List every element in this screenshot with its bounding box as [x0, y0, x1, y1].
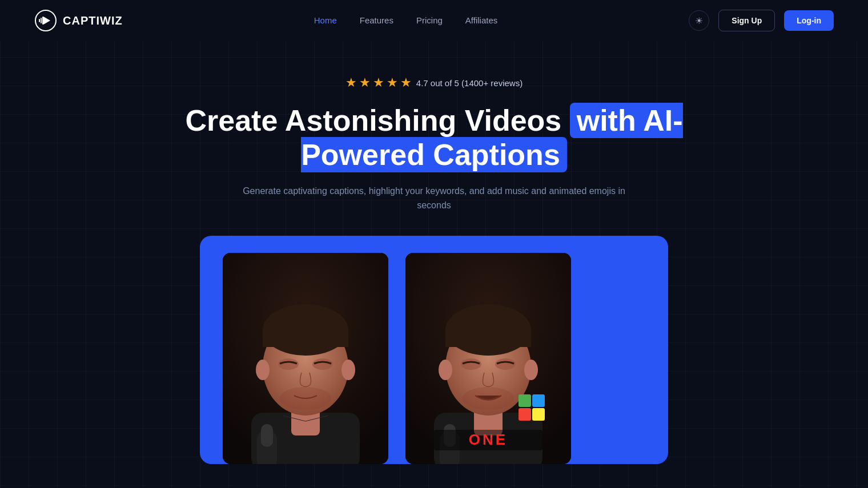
- star-4: ★: [387, 75, 398, 90]
- nav-link-features[interactable]: Features: [360, 15, 393, 25]
- nav-item-features[interactable]: Features: [360, 15, 393, 26]
- hero-title-part1: Create Astonishing Videos: [185, 104, 569, 137]
- svg-rect-19: [261, 424, 273, 447]
- sun-icon: ☀: [695, 15, 703, 26]
- hero-section: ★ ★ ★ ★ ★ 4.7 out of 5 (1400+ reviews) C…: [0, 41, 868, 213]
- theme-toggle-button[interactable]: ☀: [689, 10, 709, 31]
- navbar: CAPTIWIZ Home Features Pricing Affiliate…: [0, 0, 868, 41]
- video-placeholder-right: ONE: [405, 253, 571, 464]
- person-svg-left: [223, 253, 388, 464]
- svg-rect-39: [532, 408, 545, 421]
- star-5: ★: [400, 75, 412, 90]
- hero-subtitle: Generate captivating captions, highlight…: [234, 184, 634, 213]
- person-svg-right: ONE: [405, 253, 571, 464]
- video-card-left: [223, 253, 388, 464]
- svg-point-27: [461, 358, 481, 370]
- svg-point-31: [524, 360, 538, 380]
- nav-links: Home Features Pricing Affiliates: [314, 15, 498, 26]
- star-3: ★: [373, 75, 384, 90]
- svg-point-28: [495, 358, 516, 370]
- star-2: ★: [359, 75, 371, 90]
- svg-point-29: [463, 387, 514, 410]
- rating-text: 4.7 out of 5 (1400+ reviews): [416, 78, 523, 88]
- login-button[interactable]: Log-in: [784, 10, 834, 31]
- video-container: ONE: [0, 236, 868, 464]
- svg-rect-4: [42, 17, 43, 25]
- star-rating: ★ ★ ★ ★ ★: [345, 75, 412, 90]
- video-placeholder-left: [223, 253, 388, 464]
- svg-rect-37: [532, 394, 545, 407]
- svg-point-15: [280, 387, 331, 410]
- svg-rect-26: [445, 330, 531, 347]
- svg-marker-1: [43, 17, 50, 25]
- svg-rect-36: [519, 394, 531, 407]
- svg-point-17: [341, 360, 355, 380]
- nav-item-affiliates[interactable]: Affiliates: [465, 15, 497, 26]
- svg-rect-2: [39, 19, 40, 22]
- captiwiz-logo-icon: [34, 9, 57, 32]
- signup-button[interactable]: Sign Up: [718, 10, 775, 31]
- video-card-right: ONE: [405, 253, 571, 464]
- svg-rect-3: [41, 18, 42, 23]
- hero-title: Create Astonishing Videos with AI-Powere…: [177, 104, 691, 172]
- star-1: ★: [345, 75, 357, 90]
- svg-point-14: [312, 358, 333, 370]
- logo-text: CAPTIWIZ: [63, 14, 123, 27]
- svg-point-13: [278, 358, 299, 370]
- blue-frame: ONE: [200, 236, 668, 464]
- nav-link-pricing[interactable]: Pricing: [416, 15, 443, 25]
- logo-area[interactable]: CAPTIWIZ: [34, 9, 123, 32]
- nav-link-home[interactable]: Home: [314, 15, 337, 25]
- svg-text:ONE: ONE: [469, 431, 508, 448]
- nav-item-pricing[interactable]: Pricing: [416, 15, 443, 26]
- rating-row: ★ ★ ★ ★ ★ 4.7 out of 5 (1400+ reviews): [11, 75, 857, 90]
- svg-point-30: [439, 360, 452, 380]
- svg-rect-12: [263, 330, 348, 347]
- svg-point-16: [256, 360, 270, 380]
- svg-rect-38: [519, 408, 531, 421]
- nav-item-home[interactable]: Home: [314, 15, 337, 26]
- nav-actions: ☀ Sign Up Log-in: [689, 10, 834, 31]
- nav-link-affiliates[interactable]: Affiliates: [465, 15, 497, 25]
